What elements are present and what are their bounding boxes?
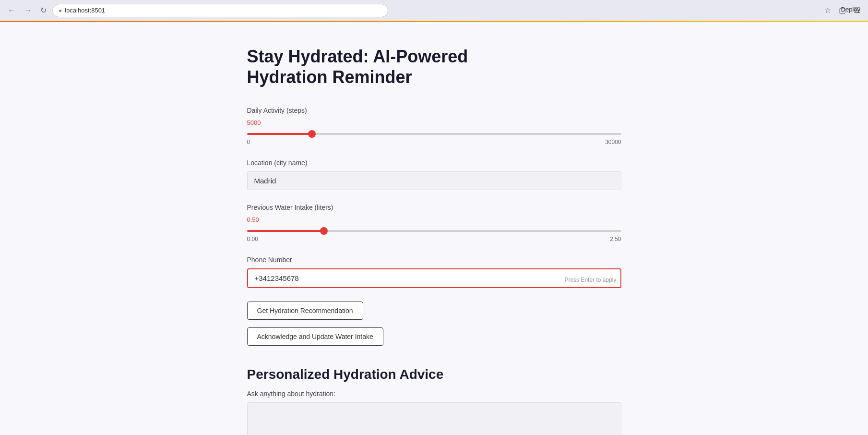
forward-button[interactable]: → <box>21 4 35 17</box>
daily-activity-slider-container: 5000 0 30000 <box>247 119 621 145</box>
water-intake-slider-container: 0.50 0.00 2.50 <box>247 216 621 242</box>
location-section: Location (city name) <box>247 159 621 190</box>
daily-activity-range-labels: 0 30000 <box>247 139 621 145</box>
water-intake-range-labels: 0.00 2.50 <box>247 236 621 242</box>
water-intake-section: Previous Water Intake (liters) 0.50 0.00… <box>247 204 621 242</box>
water-intake-max: 2.50 <box>610 236 621 242</box>
water-intake-slider[interactable] <box>247 230 621 232</box>
browser-chrome: ← → ↻ ● localhost:8501 ☆ ▢ ☰ Deploy <box>0 0 868 21</box>
lock-icon: ● <box>59 7 62 14</box>
action-buttons: Get Hydration Recommendation Acknowledge… <box>247 302 621 351</box>
acknowledge-button[interactable]: Acknowledge and Update Water Intake <box>247 327 383 346</box>
daily-activity-section: Daily Activity (steps) 5000 0 30000 <box>247 107 621 145</box>
page-title: Stay Hydrated: AI-Powered Hydration Remi… <box>247 46 621 87</box>
deploy-button[interactable]: Deploy <box>841 6 860 13</box>
advice-section: Personalized Hydration Advice Ask anythi… <box>247 367 621 435</box>
daily-activity-min: 0 <box>247 139 250 145</box>
water-intake-value: 0.50 <box>247 216 621 223</box>
address-bar[interactable]: ● localhost:8501 <box>52 4 388 17</box>
advice-heading: Personalized Hydration Advice <box>247 367 621 382</box>
main-content: Stay Hydrated: AI-Powered Hydration Remi… <box>238 22 631 435</box>
phone-input-wrapper: Press Enter to apply <box>247 268 621 288</box>
get-hydration-button[interactable]: Get Hydration Recommendation <box>247 302 363 320</box>
water-intake-label: Previous Water Intake (liters) <box>247 204 621 211</box>
phone-label: Phone Number <box>247 256 621 264</box>
phone-section: Phone Number Press Enter to apply <box>247 256 621 288</box>
bookmark-button[interactable]: ☆ <box>821 4 834 17</box>
daily-activity-max: 30000 <box>605 139 621 145</box>
reload-button[interactable]: ↻ <box>37 4 49 17</box>
advice-textarea-label: Ask anything about hydration: <box>247 390 621 398</box>
daily-activity-slider[interactable] <box>247 133 621 135</box>
advice-textarea[interactable] <box>247 402 621 435</box>
water-intake-min: 0.00 <box>247 236 258 242</box>
daily-activity-label: Daily Activity (steps) <box>247 107 621 114</box>
back-button[interactable]: ← <box>5 4 18 17</box>
url-text: localhost:8501 <box>65 7 105 14</box>
phone-hint: Press Enter to apply <box>564 277 616 283</box>
location-input[interactable] <box>247 171 621 190</box>
daily-activity-value: 5000 <box>247 119 621 126</box>
location-label: Location (city name) <box>247 159 621 167</box>
